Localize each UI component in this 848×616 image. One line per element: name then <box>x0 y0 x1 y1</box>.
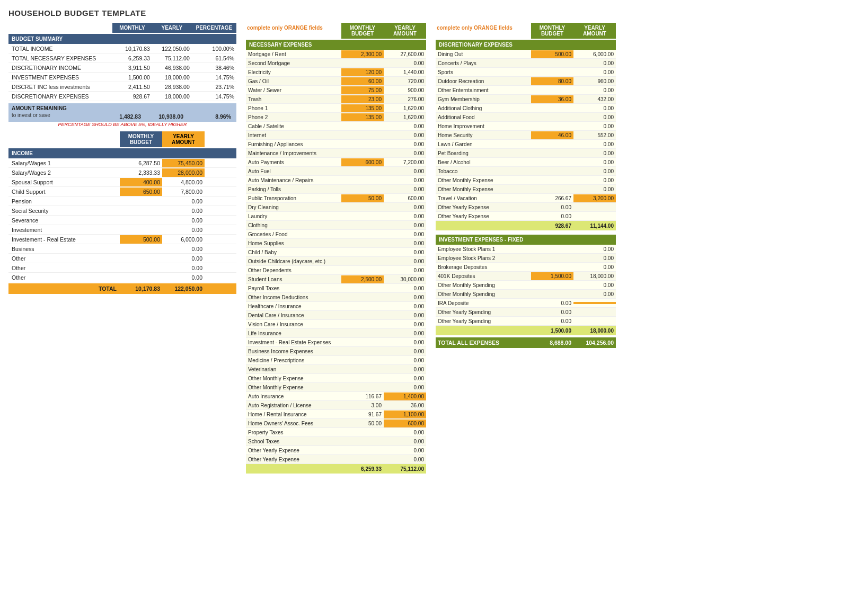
disc-total-monthly: 928.67 <box>531 222 573 230</box>
expense-row: Auto Fuel 0.00 <box>246 167 426 176</box>
expense-row: Mortgage / Rent 2,300.00 27,600.00 <box>246 50 426 59</box>
summary-row: INVESTMENT EXPENSES 1,500.00 18,000.00 1… <box>8 73 236 82</box>
disc-row: Dining Out 500.00 6,000.00 <box>436 50 616 59</box>
income-row: Other 0.00 <box>8 273 236 282</box>
expense-row: Furnishing / Appliances 0.00 <box>246 140 426 149</box>
expense-row: Electricity 120.00 1,440.00 <box>246 68 426 77</box>
right-col1-hdr: MONTHLYBUDGET <box>531 23 573 39</box>
inv-total-yearly: 18,000.00 <box>573 327 616 335</box>
expense-row: Laundry 0.00 <box>246 212 426 221</box>
necessary-total-monthly: 6,259.33 <box>341 465 384 473</box>
income-row: Salary/Wages 2 2,333.33 28,000.00 <box>8 168 236 177</box>
disc-total-row: 928.67 11,144.00 <box>436 221 616 230</box>
amount-remaining-section: AMOUNT REMAINING to invest or save 1,482… <box>8 103 236 122</box>
expense-row: Auto Payments 600.00 7,200.00 <box>246 158 426 167</box>
expense-row: Other Income Deductions 0.00 <box>246 293 426 302</box>
total-all-monthly: 8,688.00 <box>531 338 573 347</box>
necessary-total-row: 6,259.33 75,112.00 <box>246 464 426 474</box>
summary-row: DISCRET INC less investments 2,411.50 28… <box>8 82 236 92</box>
expense-row: Auto Maintenance / Repairs 0.00 <box>246 176 426 185</box>
expense-row: Business Income Expenses 0.00 <box>246 347 426 356</box>
expense-row: Payroll Taxes 0.00 <box>246 284 426 293</box>
income-row: Pension 0.00 <box>8 197 236 206</box>
expense-row: Groceries / Food 0.00 <box>246 230 426 239</box>
expense-row: Veterinarian 0.00 <box>246 365 426 374</box>
disc-row: Pet Boarding 0.00 <box>436 149 616 158</box>
expense-row: Dry Cleaning 0.00 <box>246 203 426 212</box>
income-row: Business 0.00 <box>8 244 236 254</box>
amount-remaining-title: AMOUNT REMAINING <box>12 105 233 111</box>
discretionary-title: DISCRETIONARY EXPENSES <box>436 40 616 50</box>
expense-row: Trash 23.00 276.00 <box>246 95 426 104</box>
expense-row: Dental Care / Insurance 0.00 <box>246 311 426 320</box>
page-title: HOUSEHOLD BUDGET TEMPLATE <box>8 8 840 17</box>
disc-row: Other Enterntainment 0.00 <box>436 86 616 95</box>
right-panel: complete only ORANGE fields MONTHLYBUDGE… <box>436 23 616 348</box>
total-all-yearly: 104,256.00 <box>573 338 616 347</box>
expense-row: Other Monthly Expense 0.00 <box>246 383 426 392</box>
disc-row: Outdoor Recreation 80.00 960.00 <box>436 77 616 86</box>
expense-row: Cable / Satelite 0.00 <box>246 122 426 131</box>
expense-row: Child / Baby 0.00 <box>246 248 426 257</box>
income-row: Salary/Wages 1 6,287.50 75,450.00 <box>8 158 236 168</box>
expense-row: Parking / Tolls 0.00 <box>246 185 426 194</box>
disc-row: Home Security 46.00 552.00 <box>436 131 616 140</box>
middle-col1-hdr: MONTHLYBUDGET <box>341 23 384 39</box>
inv-row: Brokerage Deposites 0.00 <box>436 263 616 272</box>
expense-row: Home Owners' Assoc. Fees 50.00 600.00 <box>246 419 426 428</box>
monthly-header: MONTHLY <box>112 23 152 33</box>
inv-row: Employee Stock Plans 2 0.00 <box>436 254 616 263</box>
investment-title: INVESTMENT EXPENSES - FIXED <box>436 235 616 245</box>
income-total-yearly: 122,050.00 <box>162 284 205 293</box>
expense-row: Second Mortgage 0.00 <box>246 59 426 68</box>
expense-row: Investment - Real Estate Expenses 0.00 <box>246 338 426 347</box>
summary-row: DISCRETIONARY INCOME 3,911.50 46,938.00 … <box>8 63 236 73</box>
expense-row: Gas / Oil 60.00 720.00 <box>246 77 426 86</box>
income-total-row: TOTAL 10,170.83 122,050.00 <box>8 283 236 294</box>
disc-row: Concerts / Plays 0.00 <box>436 59 616 68</box>
income-row: Investement - Real Estate 500.00 6,000.0… <box>8 235 236 244</box>
income-row: Child Support 650.00 7,800.00 <box>8 187 236 197</box>
expense-row: Other Monthly Expense 0.00 <box>246 374 426 383</box>
amount-remaining-monthly: 1,482.83 <box>101 113 143 120</box>
expense-row: Other Dependents 0.00 <box>246 266 426 275</box>
expense-row: Auto Insurance 116.67 1,400.00 <box>246 392 426 401</box>
expense-row: Phone 2 135.00 1,620.00 <box>246 113 426 122</box>
expense-row: Water / Sewer 75.00 900.00 <box>246 86 426 95</box>
income-row: Other 0.00 <box>8 254 236 263</box>
income-total-label: TOTAL <box>8 284 120 293</box>
disc-row: Other Yearly Expense 0.00 <box>436 203 616 212</box>
necessary-total-yearly: 75,112.00 <box>384 465 426 473</box>
income-row: Severance 0.00 <box>8 216 236 225</box>
pct-note: PERCENTAGE SHOULD BE ABOVE 5%, IDEALLY H… <box>8 122 236 127</box>
expense-row: Home Supplies 0.00 <box>246 239 426 248</box>
middle-col2-hdr: YEARLYAMOUNT <box>384 23 426 39</box>
disc-row: Tobacco 0.00 <box>436 167 616 176</box>
total-all-row: TOTAL ALL EXPENSES 8,688.00 104,256.00 <box>436 337 616 348</box>
middle-header-label: complete only ORANGE fields <box>246 23 341 39</box>
income-row: Investement 0.00 <box>8 225 236 235</box>
inv-total-row: 1,500.00 18,000.00 <box>436 326 616 335</box>
left-panel: MONTHLY YEARLY PERCENTAGE BUDGET SUMMARY… <box>8 23 236 294</box>
right-col2-hdr: YEARLYAMOUNT <box>573 23 616 39</box>
disc-row: Other Monthly Expense 0.00 <box>436 176 616 185</box>
disc-row: Lawn / Garden 0.00 <box>436 140 616 149</box>
summary-row: TOTAL INCOME 10,170.83 122,050.00 100.00… <box>8 44 236 53</box>
disc-row: Other Yearly Expense 0.00 <box>436 212 616 221</box>
expense-row: Other Yearly Expense 0.00 <box>246 455 426 464</box>
necessary-expenses-title: NECESSARY EXPENSES <box>246 40 426 50</box>
yearly-header: YEARLY <box>152 23 192 33</box>
expense-row: Medicine / Prescriptions 0.00 <box>246 356 426 365</box>
inv-row: Other Monthly Spending 0.00 <box>436 281 616 290</box>
disc-row: Home Improvement 0.00 <box>436 122 616 131</box>
expense-row: Internet 0.00 <box>246 131 426 140</box>
amount-remaining-pct: 8.96% <box>186 113 233 120</box>
percentage-header: PERCENTAGE <box>192 23 236 33</box>
income-yearly-hdr: YEARLYAMOUNT <box>162 131 205 147</box>
income-total-monthly: 10,170.83 <box>120 284 162 293</box>
income-row: Spousal Support 400.00 4,800.00 <box>8 177 236 187</box>
income-row: Other 0.00 <box>8 263 236 273</box>
right-header-label: complete only ORANGE fields <box>436 23 531 39</box>
expense-row: Public Transporation 50.00 600.00 <box>246 194 426 203</box>
disc-row: Other Monthly Expense 0.00 <box>436 185 616 194</box>
